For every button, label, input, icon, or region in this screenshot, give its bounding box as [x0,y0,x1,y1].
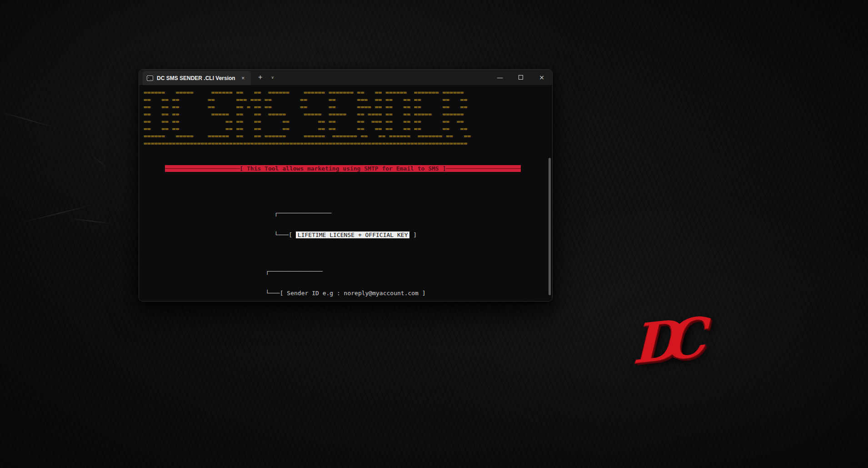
tab-dropdown-icon[interactable]: ∨ [267,70,278,85]
scratch-decoration [89,153,110,171]
tab-dc-sms-sender[interactable]: DC SMS SENDER .CLI Version × [143,71,251,85]
dc-graffiti-logo: DC [633,312,689,372]
ascii-line: == == == == === === == == == === == == =… [144,96,548,103]
sender-id-value: Sender ID e.g : noreply@myaccount.com [287,290,419,297]
terminal-content[interactable]: ====== ===== ====== == == ====== ====== … [139,85,552,301]
titlebar-drag-region[interactable] [278,70,489,85]
notice-text: ─────────────────────[ This Tool allows … [165,165,521,172]
ascii-line: == == == == == == == == == == == == == =… [144,125,548,132]
field-bracket: ] [409,231,417,238]
terminal-app-icon [147,75,153,81]
field-bracket: ] [419,290,426,297]
ascii-line: == == == == == = == == == == ==== == == … [144,103,548,111]
field-list: ┌─────────────── └───[ LIFETIME LICENSE … [144,195,548,301]
scratch-decoration [68,218,113,224]
sender-id-field: ┌─────────────── └───[ Sender ID e.g : n… [144,253,548,301]
field-bracket: └───[ [274,231,296,238]
ascii-line: == == == == == == == == == == === == == … [144,118,548,125]
new-tab-button[interactable]: + [254,70,267,85]
maximize-button[interactable] [510,70,531,85]
maximize-icon [519,75,523,80]
scratch-decoration [0,111,58,129]
terminal-window: DC SMS SENDER .CLI Version × + ∨ — × ===… [139,69,553,302]
scrollbar-thumb[interactable] [549,158,551,295]
field-bracket: └───[ [265,290,287,297]
field-line: └───[ Sender ID e.g : noreply@myaccount.… [265,290,425,297]
license-value: LIFETIME LICENSE + OFFICIAL KEY [296,231,410,238]
ascii-banner: ====== ===== ====== == == ====== ====== … [144,89,548,147]
ascii-line: == == == ===== == == ===== ===== ===== =… [144,111,548,118]
tab-close-icon[interactable]: × [239,74,247,82]
field-line: └───[ LIFETIME LICENSE + OFFICIAL KEY ] [274,231,417,239]
tab-title: DC SMS SENDER .CLI Version [157,75,235,81]
minimize-button[interactable]: — [489,70,510,85]
ascii-separator: ========================================… [144,140,548,147]
field-top-line: ┌─────────────── [265,268,425,275]
license-field: ┌─────────────── └───[ LIFETIME LICENSE … [144,195,548,253]
ascii-line: ====== ===== ====== == == ====== ====== … [144,89,548,96]
notice-banner: ─────────────────────[ This Tool allows … [144,158,548,180]
caption-buttons: — × [489,70,552,85]
field-top-line: ┌─────────────── [274,210,417,217]
ascii-line: ====== ===== ====== == == ====== ====== … [144,132,548,140]
close-button[interactable]: × [531,70,552,85]
titlebar[interactable]: DC SMS SENDER .CLI Version × + ∨ — × [139,70,552,85]
